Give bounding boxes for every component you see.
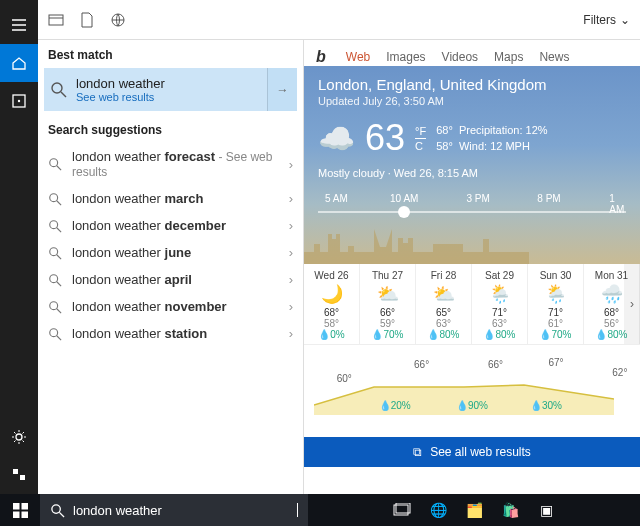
search-icon bbox=[48, 192, 62, 206]
svg-point-8 bbox=[50, 159, 58, 167]
svg-point-19 bbox=[52, 504, 60, 512]
preview-pane: b WebImagesVideosMapsNews London, Englan… bbox=[304, 40, 640, 494]
search-icon bbox=[48, 219, 62, 233]
svg-rect-4 bbox=[20, 475, 25, 480]
hourly-temp: 66° bbox=[414, 359, 429, 370]
results-pane: Best match london weather See web result… bbox=[38, 40, 304, 494]
suggestions-header: Search suggestions bbox=[38, 115, 303, 143]
weather-icon: 🌦️ bbox=[528, 283, 583, 305]
chevron-right-icon: › bbox=[289, 218, 293, 233]
suggestion-item[interactable]: london weather november› bbox=[38, 293, 303, 320]
chevron-right-icon: › bbox=[289, 272, 293, 287]
open-icon: ⧉ bbox=[413, 445, 422, 459]
search-icon bbox=[48, 327, 62, 341]
best-match-sub: See web results bbox=[76, 91, 165, 103]
best-match-item[interactable]: london weather See web results → bbox=[44, 68, 297, 111]
svg-point-14 bbox=[50, 328, 58, 336]
chevron-right-icon: › bbox=[289, 191, 293, 206]
best-match-header: Best match bbox=[38, 40, 303, 68]
weather-icon: 🌙 bbox=[304, 283, 359, 305]
svg-point-13 bbox=[50, 301, 58, 309]
weather-card: London, England, United Kingdom Updated … bbox=[304, 66, 640, 264]
open-arrow-icon[interactable]: → bbox=[267, 68, 297, 111]
svg-point-10 bbox=[50, 220, 58, 228]
hourly-precip: 💧30% bbox=[530, 400, 562, 411]
menu-icon[interactable] bbox=[0, 6, 38, 44]
search-icon bbox=[48, 157, 62, 171]
skyline-decoration bbox=[304, 224, 604, 264]
start-button[interactable] bbox=[0, 494, 40, 526]
bing-logo: b bbox=[316, 48, 326, 66]
see-all-results[interactable]: ⧉ See all web results bbox=[304, 437, 640, 467]
updated: Updated July 26, 3:50 AM bbox=[318, 95, 626, 107]
conditions: Mostly cloudy · Wed 26, 8:15 AM bbox=[318, 167, 626, 179]
forecast-day[interactable]: Fri 28⛅65°63°💧80% bbox=[416, 264, 472, 344]
search-icon bbox=[48, 300, 62, 314]
bing-tabs: b WebImagesVideosMapsNews bbox=[304, 40, 640, 66]
search-icon bbox=[48, 273, 62, 287]
task-view-icon[interactable] bbox=[386, 494, 418, 526]
hourly-temp: 60° bbox=[337, 373, 352, 384]
taskbar: 🌐 🗂️ 🛍️ ▣ bbox=[0, 494, 640, 526]
suggestion-item[interactable]: london weather station› bbox=[38, 320, 303, 347]
slider-label: 3 PM bbox=[466, 193, 489, 204]
forecast-day[interactable]: Thu 27⛅66°59°💧70% bbox=[360, 264, 416, 344]
temp: 63 bbox=[365, 117, 405, 159]
home-icon[interactable] bbox=[0, 44, 38, 82]
slider-label: 5 AM bbox=[325, 193, 348, 204]
chevron-down-icon: ⌄ bbox=[620, 13, 630, 27]
hourly-temp: 62° bbox=[612, 367, 627, 378]
hourly-chart: 60°66°66°67°62°💧20%💧90%💧30% bbox=[304, 345, 640, 437]
svg-rect-3 bbox=[13, 469, 18, 474]
time-slider[interactable]: 5 AM10 AM3 PM8 PM1 AM bbox=[318, 193, 626, 223]
forecast-day[interactable]: Sun 30🌦️71°61°💧70% bbox=[528, 264, 584, 344]
suggestion-item[interactable]: london weather march› bbox=[38, 185, 303, 212]
search-input[interactable] bbox=[73, 503, 289, 518]
explorer-icon[interactable]: 🗂️ bbox=[458, 494, 490, 526]
hourly-precip: 💧20% bbox=[379, 400, 411, 411]
weather-icon: 🌦️ bbox=[472, 283, 527, 305]
apps-icon[interactable] bbox=[0, 82, 38, 120]
scope-web-icon[interactable] bbox=[110, 12, 126, 28]
feedback-icon[interactable] bbox=[0, 456, 38, 494]
svg-rect-18 bbox=[21, 511, 28, 518]
svg-point-9 bbox=[50, 193, 58, 201]
svg-rect-17 bbox=[13, 511, 20, 518]
nav-rail bbox=[0, 0, 38, 494]
temp-units[interactable]: °FC bbox=[415, 124, 426, 153]
chevron-right-icon: › bbox=[289, 157, 293, 172]
forecast-day[interactable]: Sat 29🌦️71°63°💧80% bbox=[472, 264, 528, 344]
slider-knob[interactable] bbox=[398, 206, 410, 218]
forecast-day[interactable]: Wed 26🌙68°58°💧0% bbox=[304, 264, 360, 344]
chevron-right-icon: › bbox=[289, 299, 293, 314]
scope-doc-icon[interactable] bbox=[80, 12, 94, 28]
location: London, England, United Kingdom bbox=[318, 76, 626, 93]
svg-point-12 bbox=[50, 274, 58, 282]
app-icon[interactable]: ▣ bbox=[530, 494, 562, 526]
suggestion-item[interactable]: london weather june› bbox=[38, 239, 303, 266]
top-bar: Filters ⌄ bbox=[38, 0, 640, 40]
settings-icon[interactable] bbox=[0, 418, 38, 456]
svg-point-2 bbox=[16, 434, 22, 440]
suggestion-item[interactable]: london weather april› bbox=[38, 266, 303, 293]
chevron-right-icon: › bbox=[289, 245, 293, 260]
edge-icon[interactable]: 🌐 bbox=[422, 494, 454, 526]
taskbar-search[interactable] bbox=[40, 494, 308, 526]
slider-label: 10 AM bbox=[390, 193, 418, 204]
suggestion-item[interactable]: london weather december› bbox=[38, 212, 303, 239]
slider-label: 1 AM bbox=[609, 193, 624, 215]
search-icon bbox=[50, 81, 68, 99]
svg-rect-15 bbox=[13, 503, 20, 510]
filters-button[interactable]: Filters ⌄ bbox=[583, 13, 630, 27]
search-icon bbox=[48, 246, 62, 260]
suggestion-item[interactable]: london weather forecast - See web result… bbox=[38, 143, 303, 185]
slider-label: 8 PM bbox=[537, 193, 560, 204]
svg-point-1 bbox=[18, 100, 20, 102]
scope-all-icon[interactable] bbox=[48, 12, 64, 28]
hourly-temp: 67° bbox=[548, 357, 563, 368]
svg-point-11 bbox=[50, 247, 58, 255]
svg-rect-16 bbox=[21, 503, 28, 510]
forecast-next-icon[interactable]: › bbox=[624, 264, 640, 344]
svg-point-7 bbox=[52, 83, 62, 93]
store-icon[interactable]: 🛍️ bbox=[494, 494, 526, 526]
